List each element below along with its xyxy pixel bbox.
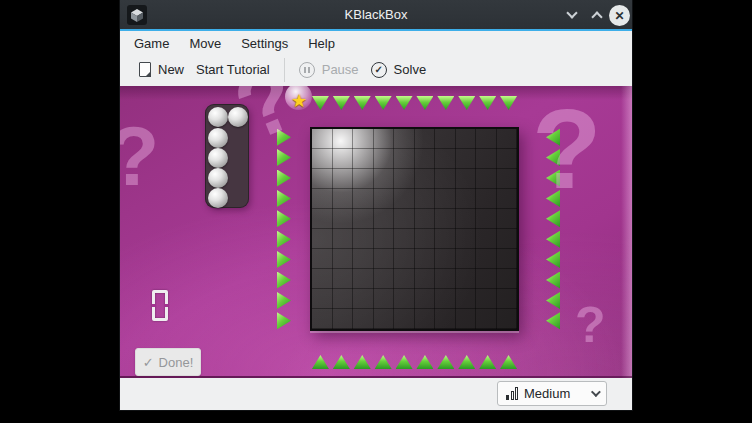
laser-arrow-right[interactable] xyxy=(277,149,291,166)
score-display xyxy=(152,290,168,321)
pause-circle-icon xyxy=(299,62,315,78)
laser-arrow-up[interactable] xyxy=(416,355,433,369)
laser-arrow-right[interactable] xyxy=(277,231,291,248)
laser-arrow-down[interactable] xyxy=(396,96,413,110)
laser-arrow-left[interactable] xyxy=(546,210,560,227)
toolbar: New Start Tutorial Pause ✓ Solve xyxy=(120,53,632,86)
laser-arrow-up[interactable] xyxy=(479,355,496,369)
new-document-icon xyxy=(139,62,151,77)
reserve-ball xyxy=(208,168,228,188)
menu-help[interactable]: Help xyxy=(298,34,345,53)
laser-arrow-down[interactable] xyxy=(312,96,329,110)
solve-button[interactable]: ✓ Solve xyxy=(365,58,433,82)
laser-arrow-up[interactable] xyxy=(333,355,350,369)
laser-arrow-left[interactable] xyxy=(546,292,560,309)
laser-arrow-left[interactable] xyxy=(546,129,560,146)
difficulty-value: Medium xyxy=(524,386,570,401)
laser-arrow-right[interactable] xyxy=(277,210,291,227)
check-icon: ✓ xyxy=(143,355,154,370)
reserve-ball xyxy=(208,107,228,127)
done-button-label: Done! xyxy=(159,355,194,370)
reserve-ball xyxy=(208,188,228,208)
pause-button-label: Pause xyxy=(322,62,359,77)
window-title: KBlackBox xyxy=(120,7,632,22)
start-tutorial-button[interactable]: Start Tutorial xyxy=(190,58,276,81)
laser-arrow-up[interactable] xyxy=(437,355,454,369)
check-circle-icon: ✓ xyxy=(371,62,387,78)
laser-arrow-left[interactable] xyxy=(546,190,560,207)
laser-arrow-left[interactable] xyxy=(546,170,560,187)
close-button[interactable]: ✕ xyxy=(609,5,630,26)
laser-arrow-up[interactable] xyxy=(396,355,413,369)
laser-arrow-right[interactable] xyxy=(277,312,291,329)
black-box-grid xyxy=(312,129,517,329)
toolbar-separator xyxy=(284,58,285,82)
laser-arrow-left[interactable] xyxy=(546,272,560,289)
chevron-down-icon xyxy=(566,7,577,18)
laser-arrow-right[interactable] xyxy=(277,170,291,187)
question-mark-decoration: ? xyxy=(532,92,602,206)
black-box[interactable] xyxy=(310,127,519,331)
difficulty-select[interactable]: Medium xyxy=(497,381,607,406)
titlebar: KBlackBox ✕ xyxy=(120,0,632,31)
laser-arrow-down[interactable] xyxy=(500,96,517,110)
pause-button[interactable]: Pause xyxy=(293,58,365,82)
laser-arrow-down[interactable] xyxy=(416,96,433,110)
game-area: ✓ Done! ????★ xyxy=(120,86,632,378)
solve-button-label: Solve xyxy=(394,62,427,77)
chevron-up-icon xyxy=(591,11,602,22)
new-button-label: New xyxy=(158,62,184,77)
close-icon: ✕ xyxy=(614,9,624,23)
laser-arrow-down[interactable] xyxy=(333,96,350,110)
done-button[interactable]: ✓ Done! xyxy=(135,348,201,376)
laser-arrow-up[interactable] xyxy=(375,355,392,369)
laser-arrow-down[interactable] xyxy=(458,96,475,110)
laser-arrow-down[interactable] xyxy=(437,96,454,110)
laser-arrow-left[interactable] xyxy=(546,251,560,268)
question-mark-decoration: ? xyxy=(575,300,606,350)
laser-arrow-up[interactable] xyxy=(354,355,371,369)
reserve-ball xyxy=(228,107,248,127)
menubar: Game Move Settings Help xyxy=(120,33,632,53)
kblackbox-window: KBlackBox ✕ Game Move Settings Help New … xyxy=(120,0,632,410)
laser-arrow-right[interactable] xyxy=(277,129,291,146)
menu-settings[interactable]: Settings xyxy=(231,34,298,53)
screen: KBlackBox ✕ Game Move Settings Help New … xyxy=(0,0,752,423)
laser-arrow-up[interactable] xyxy=(458,355,475,369)
start-tutorial-label: Start Tutorial xyxy=(196,62,270,77)
difficulty-bars-icon xyxy=(506,387,518,400)
question-mark-decoration: ? xyxy=(120,114,159,198)
laser-arrow-left[interactable] xyxy=(546,231,560,248)
laser-arrow-right[interactable] xyxy=(277,190,291,207)
laser-arrow-left[interactable] xyxy=(546,149,560,166)
reserve-ball xyxy=(208,128,228,148)
statusbar: Medium xyxy=(120,378,632,410)
laser-arrow-right[interactable] xyxy=(277,292,291,309)
cursor-star-icon: ★ xyxy=(291,90,307,112)
laser-arrow-down[interactable] xyxy=(479,96,496,110)
menu-game[interactable]: Game xyxy=(124,34,179,53)
menu-move[interactable]: Move xyxy=(179,34,231,53)
laser-arrow-down[interactable] xyxy=(354,96,371,110)
laser-arrow-up[interactable] xyxy=(500,355,517,369)
new-button[interactable]: New xyxy=(133,58,190,81)
laser-arrow-down[interactable] xyxy=(375,96,392,110)
minimize-button[interactable] xyxy=(566,8,580,22)
reserve-ball xyxy=(208,148,228,168)
laser-arrow-right[interactable] xyxy=(277,251,291,268)
laser-arrow-up[interactable] xyxy=(312,355,329,369)
laser-arrow-left[interactable] xyxy=(546,312,560,329)
laser-arrow-right[interactable] xyxy=(277,272,291,289)
maximize-button[interactable] xyxy=(591,8,605,22)
chevron-down-icon xyxy=(591,387,601,397)
